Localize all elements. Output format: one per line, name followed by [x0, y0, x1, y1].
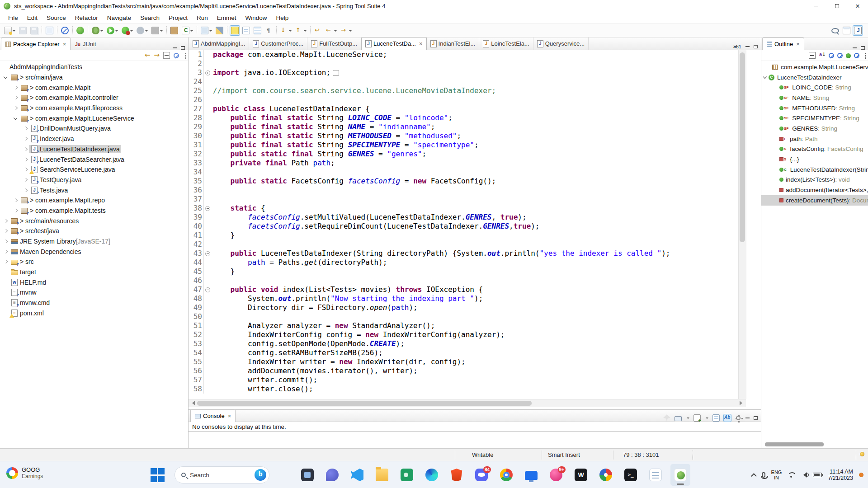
microphone-icon[interactable] [762, 472, 765, 478]
tree-item[interactable]: > com.example.MapIt [0, 82, 188, 93]
tab-outline[interactable]: Outline [762, 38, 804, 50]
tree-item[interactable]: mvnw [0, 287, 188, 298]
show-hidden-icons-chevron[interactable] [751, 473, 757, 479]
view-menu-icon[interactable] [183, 52, 184, 59]
brave-browser-icon[interactable] [447, 464, 467, 486]
tree-item[interactable]: HELP.md [0, 277, 188, 287]
next-annotation-button[interactable] [279, 25, 293, 36]
spring-tool-suite-icon[interactable] [670, 464, 690, 486]
collapsed-chevron-icon[interactable] [3, 258, 9, 265]
scrollbar-thumb[interactable] [197, 401, 532, 406]
menu-edit[interactable]: Edit [23, 13, 42, 23]
menu-window[interactable]: Window [241, 13, 271, 23]
dropdown-caret-icon[interactable] [160, 30, 163, 33]
outline-horizontal-scrollbar[interactable] [765, 442, 824, 446]
debug-button[interactable] [90, 25, 104, 36]
tree-item[interactable]: > com.example.MapIt.fileprocess [0, 103, 188, 113]
chat-app-icon[interactable] [322, 464, 342, 486]
stop-button[interactable] [150, 25, 164, 36]
minimize-view-button[interactable] [745, 418, 750, 418]
previous-annotation-button[interactable] [294, 25, 308, 36]
dropdown-caret-icon[interactable] [100, 30, 103, 33]
save-all-button[interactable] [29, 25, 39, 36]
edge-browser-icon[interactable] [422, 464, 442, 486]
tree-item[interactable]: SearchServiceLucene.java [0, 164, 188, 175]
expanded-chevron-icon[interactable] [3, 74, 9, 80]
view-menu-icon[interactable] [863, 52, 864, 59]
battery-icon[interactable] [813, 473, 822, 477]
tree-item[interactable]: > com.example.MapIt.repo [0, 195, 188, 206]
collapsed-chevron-icon[interactable] [3, 238, 9, 244]
hide-local-types-icon[interactable] [854, 53, 859, 58]
close-tab-icon[interactable] [418, 40, 423, 47]
dropdown-caret-icon[interactable] [687, 418, 689, 420]
collapsed-chevron-icon[interactable] [23, 177, 29, 183]
collapse-all-icon[interactable] [809, 52, 816, 59]
tree-item[interactable]: Tests.java [0, 185, 188, 195]
collapsed-chevron-icon[interactable] [13, 105, 19, 111]
fold-expand-icon[interactable] [205, 70, 210, 75]
tab-package-explorer[interactable]: Package Explorer [1, 38, 71, 50]
editor-tab-indiantestel[interactable]: IndianTestEl... [427, 38, 480, 50]
dropdown-caret-icon[interactable] [304, 30, 307, 33]
link-with-editor-icon[interactable] [174, 53, 179, 58]
search-button[interactable] [214, 25, 225, 36]
new-java-class-button[interactable] [180, 25, 194, 36]
save-button[interactable] [18, 25, 28, 36]
editor-tab-queryservice[interactable]: Queryservice... [533, 38, 589, 50]
tab-console[interactable]: Console [190, 409, 236, 422]
outline-item[interactable]: index(List<Tests>) : void [761, 175, 868, 185]
collapsed-chevron-icon[interactable] [13, 84, 19, 91]
collapsed-chevron-icon[interactable] [23, 187, 29, 193]
sort-icon[interactable] [819, 52, 826, 59]
outline-item[interactable]: createDocument(Tests) : Document [761, 195, 868, 206]
dropdown-caret-icon[interactable] [13, 30, 15, 33]
scrollbar-thumb[interactable] [740, 52, 745, 242]
toggle-mark-occurrences-button[interactable] [230, 25, 240, 36]
word-wrap-icon[interactable] [712, 414, 720, 422]
hidden-editors-count[interactable]: 61 [733, 43, 741, 50]
menu-help[interactable]: Help [272, 13, 293, 23]
collapsed-chevron-icon[interactable] [23, 166, 29, 173]
menu-source[interactable]: Source [42, 13, 71, 23]
tree-item[interactable]: > com.example.MapIt.LuceneService [0, 113, 188, 123]
collapsed-chevron-icon[interactable] [23, 146, 29, 152]
tree-item[interactable]: > src/test/java [0, 226, 188, 236]
scroll-right-arrow[interactable] [738, 399, 746, 407]
dropdown-caret-icon[interactable] [349, 30, 352, 33]
menu-run[interactable]: Run [192, 13, 212, 23]
editor-tab-loinctestela[interactable]: LoincTestEla... [479, 38, 533, 50]
tree-item[interactable]: JRE System Library [JavaSE-17] [0, 236, 188, 247]
collapsed-chevron-icon[interactable] [3, 249, 9, 255]
maximize-editor-button[interactable] [754, 45, 758, 48]
tree-item[interactable]: > com.example.MapIt.tests [0, 206, 188, 216]
tree-item[interactable]: pom.xml [0, 308, 188, 319]
dropdown-caret-icon[interactable] [190, 30, 193, 33]
tree-item[interactable]: > src/main/resources [0, 216, 188, 226]
outline-item[interactable]: S{...} [761, 154, 868, 164]
minimize-view-button[interactable] [853, 47, 857, 48]
menu-refactor[interactable]: Refactor [71, 13, 103, 23]
minimize-view-button[interactable] [173, 47, 177, 48]
tree-item[interactable]: mvnw.cmd [0, 298, 188, 308]
collapsed-chevron-icon[interactable] [13, 197, 19, 203]
minimize-button[interactable] [806, 0, 826, 12]
tab-junit[interactable]: JUnit [71, 38, 100, 50]
w-app-icon[interactable] [571, 464, 591, 486]
show-paragraph-marks-button[interactable] [264, 25, 274, 36]
menu-navigate[interactable]: Navigate [103, 13, 136, 23]
tree-item[interactable]: > src/main/java [0, 72, 188, 83]
activate-on-output-icon[interactable] [724, 414, 731, 422]
maximize-button[interactable] [826, 0, 847, 12]
folded-region-icon[interactable] [333, 70, 339, 76]
terminal-icon[interactable] [621, 464, 641, 486]
editor-tab-lucenetestda[interactable]: LuceneTestDa... [361, 37, 427, 50]
forward-icon[interactable]: → [154, 52, 160, 59]
hide-static-members-icon[interactable] [837, 53, 843, 58]
file-explorer-icon[interactable] [372, 464, 392, 486]
expanded-chevron-icon[interactable] [13, 115, 19, 122]
tree-item[interactable]: target [0, 267, 188, 277]
external-tools-button[interactable] [199, 25, 213, 36]
back-icon[interactable]: ← [145, 52, 151, 59]
outline-item[interactable]: com.example.MapIt.LuceneService [761, 62, 868, 72]
